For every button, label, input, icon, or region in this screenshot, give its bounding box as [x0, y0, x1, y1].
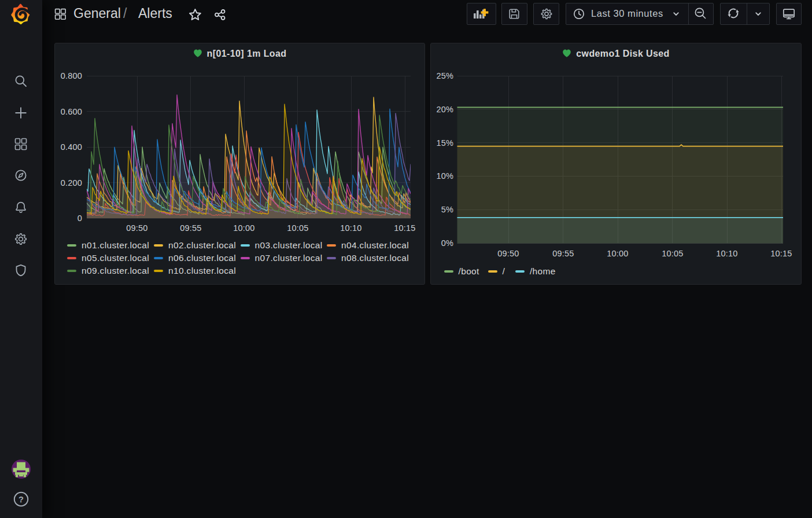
svg-text:?: ? — [19, 495, 24, 504]
